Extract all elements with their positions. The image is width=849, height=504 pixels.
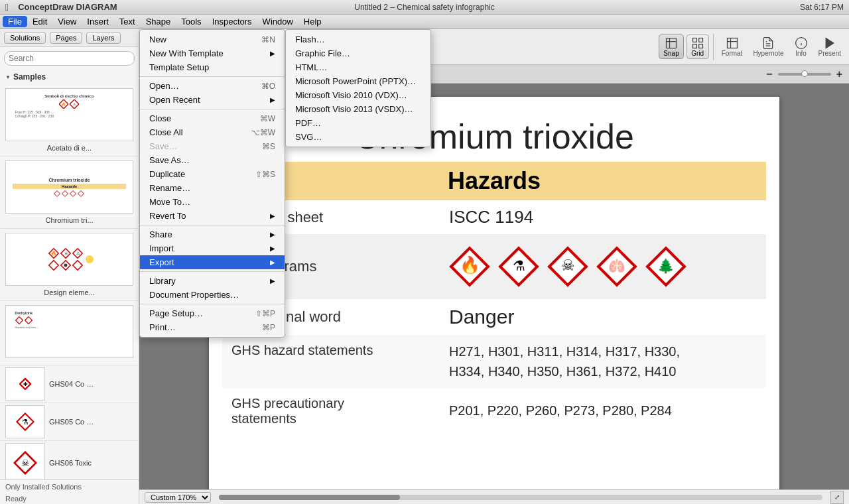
menu-revert-to[interactable]: Revert To ▶ [140, 209, 285, 223]
format-button[interactable]: Format [718, 35, 747, 58]
pages-tab[interactable]: Pages [50, 32, 82, 44]
export-svg[interactable]: SVG… [286, 130, 430, 144]
grid-button[interactable]: Grid [686, 34, 709, 59]
menu-export[interactable]: Export ▶ [140, 255, 285, 269]
collapse-icon: ▼ [5, 74, 11, 80]
menu-library[interactable]: Library ▶ [140, 274, 285, 288]
present-button[interactable]: Present [815, 35, 845, 58]
menu-close[interactable]: Close ⌘W [140, 111, 285, 125]
svg-text:⚗: ⚗ [22, 418, 29, 426]
menu-library-label: Library [149, 276, 176, 286]
table-cell-value: ISCC 1194 [440, 200, 766, 234]
export-vsdx[interactable]: Microsoft Visio 2013 (VSDX)… [286, 102, 430, 116]
menu-text[interactable]: Text [114, 16, 141, 27]
zoom-area: − + [763, 67, 845, 82]
hazards-bar: Hazards [222, 162, 766, 200]
menu-open-recent-label: Open Recent [149, 95, 200, 105]
menu-import[interactable]: Import ▶ [140, 241, 285, 255]
menu-document-properties-label: Document Properties… [149, 290, 239, 300]
scroll-bar-horizontal[interactable] [219, 495, 822, 500]
menu-open[interactable]: Open… ⌘O [140, 79, 285, 93]
menu-view[interactable]: View [52, 16, 82, 27]
search-input[interactable] [4, 51, 135, 66]
export-submenu: Flash… Graphic File… HTML… Microsoft Pow… [285, 29, 431, 147]
section-label: Samples [13, 72, 46, 82]
list-item[interactable]: ✚ GHS04 Co … [0, 365, 139, 403]
export-html[interactable]: HTML… [286, 60, 430, 74]
svg-marker-6 [70, 190, 76, 196]
zoom-slider[interactable] [778, 73, 831, 76]
diagram-canvas: Chromium trioxide Hazards ety data sheet… [209, 97, 779, 489]
thumb-label: Design eleme... [5, 288, 133, 296]
svg-text:🔥: 🔥 [460, 255, 480, 275]
thumb-label: Acetato di e... [5, 144, 133, 152]
menu-window[interactable]: Window [257, 16, 298, 27]
layers-tab[interactable]: Layers [86, 32, 120, 44]
menu-file[interactable]: File [3, 16, 27, 27]
menu-duplicate[interactable]: Duplicate ⇧⌘S [140, 167, 285, 181]
snap-button[interactable]: Snap [659, 34, 683, 59]
zoom-select[interactable]: Custom 170% 100% 150% 200% [145, 492, 211, 503]
export-pptx[interactable]: Microsoft PowerPoint (PPTX)… [286, 74, 430, 88]
svg-text:☠: ☠ [21, 458, 30, 468]
menu-separator5 [140, 304, 285, 304]
menu-document-properties[interactable]: Document Properties… [140, 288, 285, 302]
ghs-flame-icon: 🔥 [449, 246, 490, 287]
menu-insert[interactable]: Insert [82, 16, 114, 27]
table-cell-value: P201, P220, P260, P273, P280, P284 [440, 388, 766, 433]
menu-new-with-template[interactable]: New With Template ▶ [140, 46, 285, 60]
svg-text:⚗: ⚗ [513, 258, 525, 273]
export-flash-label: Flash… [295, 34, 325, 44]
table-cell-value: 🔥 ⚗ ☠ [440, 234, 766, 299]
menu-tools[interactable]: Tools [176, 16, 206, 27]
menu-rename-label: Rename… [149, 183, 190, 193]
svg-point-16 [64, 264, 67, 267]
menu-page-setup[interactable]: Page Setup… ⇧⌘P [140, 306, 285, 320]
list-item[interactable]: Diethylzink Hazards text lines... [0, 301, 139, 365]
menu-close-all[interactable]: Close All ⌥⌘W [140, 125, 285, 139]
export-pdf-label: PDF… [295, 118, 321, 128]
expand-button[interactable]: ⤢ [830, 491, 844, 504]
menu-new-with-template-label: New With Template [149, 48, 224, 58]
menu-share[interactable]: Share ▶ [140, 227, 285, 241]
menu-template-setup[interactable]: Template Setup [140, 60, 285, 74]
zoom-out-button[interactable]: − [763, 67, 775, 82]
sidebar: Solutions Pages Layers ▼ Samples Simboli… [0, 29, 139, 504]
ghs-health-icon: 🫁 [596, 246, 637, 287]
svg-rect-36 [698, 44, 702, 48]
menu-rename[interactable]: Rename… [140, 181, 285, 195]
toolbar-divider2 [713, 34, 714, 60]
svg-marker-7 [78, 190, 84, 196]
menu-help[interactable]: Help [298, 16, 327, 27]
list-item[interactable]: Chromium trioxide Hazards Chromium tri..… [0, 157, 139, 229]
menu-move-to[interactable]: Move To… [140, 195, 285, 209]
svg-text:🔥: 🔥 [51, 251, 56, 256]
export-graphic-file[interactable]: Graphic File… [286, 46, 430, 60]
export-flash[interactable]: Flash… [286, 32, 430, 46]
menu-shape[interactable]: Shape [141, 16, 176, 27]
list-item[interactable]: 🔥 ☠ ⚠ Design eleme... [0, 229, 139, 301]
menu-inspectors[interactable]: Inspectors [207, 16, 257, 27]
menu-edit[interactable]: Edit [27, 16, 52, 27]
solutions-tab[interactable]: Solutions [4, 32, 46, 44]
ghs-env-icon: 🌲 [645, 246, 686, 287]
svg-marker-18 [15, 317, 23, 324]
hypernote-button[interactable]: Hypernote [749, 35, 787, 58]
svg-marker-17 [72, 261, 82, 270]
list-item[interactable]: Simboli di rischio chimico 🔥 ⚠ Frasi H: … [0, 84, 139, 157]
menu-save-as[interactable]: Save As… [140, 153, 285, 167]
export-vdx[interactable]: Microsoft Visio 2010 (VDX)… [286, 88, 430, 102]
export-pdf[interactable]: PDF… [286, 116, 430, 130]
menu-open-recent[interactable]: Open Recent ▶ [140, 93, 285, 107]
chem-table: ety data sheet ISCC 1194 S pictograms 🔥 [222, 200, 766, 433]
table-row: ety data sheet ISCC 1194 [222, 200, 766, 234]
menu-import-label: Import [149, 243, 174, 253]
zoom-in-button[interactable]: + [834, 67, 845, 82]
list-item[interactable]: ⚗ GHS05 Co … [0, 403, 139, 441]
menu-new[interactable]: New ⌘N [140, 32, 285, 46]
list-item[interactable]: ☠ GHS06 Toxic [0, 441, 139, 479]
menu-print[interactable]: Print… ⌘P [140, 320, 285, 334]
menu-bar: File Edit View Insert Text Shape Tools I… [0, 15, 849, 29]
only-installed-label: Only Installed Solutions [0, 479, 139, 493]
info-button[interactable]: Info [791, 35, 812, 58]
